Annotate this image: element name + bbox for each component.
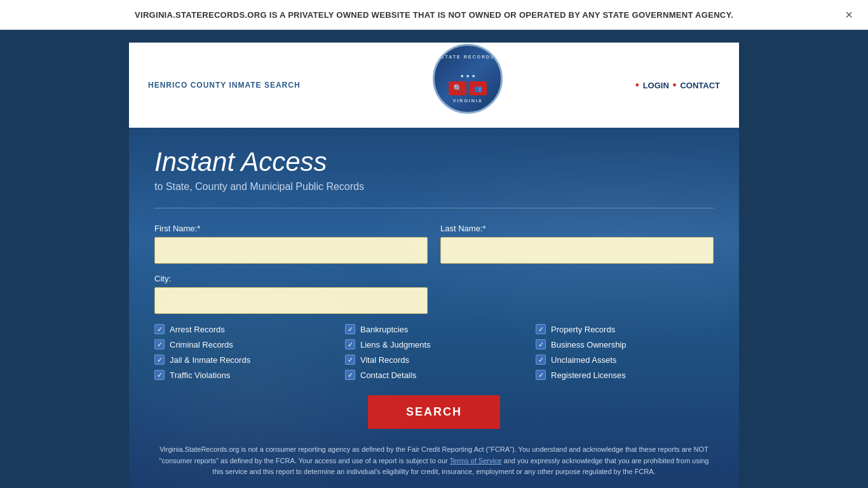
logo-icons-row: 🔍 👥 — [449, 81, 487, 95]
form-name-row: First Name:* Last Name:* — [154, 224, 714, 264]
checkbox-jail-inmate: Jail & Inmate Records — [154, 355, 332, 365]
logo-arc-text: STATE RECORDS — [441, 55, 495, 59]
hero-heading: Instant Access — [154, 147, 714, 177]
checkbox-liens: Liens & Judgments — [345, 339, 523, 349]
checkbox-label-unclaimed: Unclaimed Assets — [551, 355, 616, 365]
search-button-row: SEARCH — [154, 395, 714, 429]
banner-text: VIRGINIA.STATERECORDS.ORG IS A PRIVATELY… — [135, 10, 733, 20]
first-name-input[interactable] — [154, 237, 428, 264]
checkbox-label-bankruptcies: Bankruptcies — [360, 325, 408, 334]
checkbox-icon-contact — [345, 370, 355, 380]
checkbox-icon-liens — [345, 339, 355, 349]
main-wrapper: HENRICO COUNTY INMATE SEARCH STATE RECOR… — [0, 30, 868, 488]
logo-stars: ★ ★ ★ — [460, 74, 475, 79]
form-city-row: City: — [154, 274, 714, 314]
checkbox-label-arrest: Arrest Records — [170, 325, 225, 334]
top-banner: VIRGINIA.STATERECORDS.ORG IS A PRIVATELY… — [0, 0, 868, 30]
main-card: HENRICO COUNTY INMATE SEARCH STATE RECOR… — [129, 43, 739, 488]
checkbox-icon-unclaimed — [536, 355, 546, 365]
checkbox-label-contact: Contact Details — [360, 370, 416, 380]
checkbox-icon-vital — [345, 355, 355, 365]
checkbox-unclaimed: Unclaimed Assets — [536, 355, 714, 365]
checkbox-icon-property — [536, 324, 546, 334]
city-group: City: — [154, 274, 428, 314]
nav-dot-login: • — [635, 79, 639, 91]
nav-dot-contact: • — [673, 79, 677, 91]
checkboxes-grid: Arrest Records Criminal Records Jail & I… — [154, 324, 714, 380]
checkbox-icon-business — [536, 339, 546, 349]
checkbox-col-3: Property Records Business Ownership Uncl… — [536, 324, 714, 380]
tos-link[interactable]: Terms of Service — [450, 457, 502, 464]
checkbox-label-business: Business Ownership — [551, 340, 627, 349]
content-area: Instant Access to State, County and Muni… — [129, 128, 739, 488]
first-name-label: First Name:* — [154, 224, 428, 233]
logo-star: ★ — [471, 74, 475, 79]
checkbox-label-jail: Jail & Inmate Records — [170, 355, 250, 365]
checkbox-property: Property Records — [536, 324, 714, 334]
contact-link[interactable]: CONTACT — [680, 81, 720, 90]
checkbox-label-property: Property Records — [551, 325, 615, 334]
checkbox-col-1: Arrest Records Criminal Records Jail & I… — [154, 324, 332, 380]
checkbox-icon-criminal — [154, 339, 165, 349]
login-link[interactable]: LOGIN — [643, 81, 669, 90]
checkbox-label-liens: Liens & Judgments — [360, 340, 431, 349]
logo-search-icon: 🔍 — [449, 81, 466, 95]
checkbox-col-2: Bankruptcies Liens & Judgments Vital Rec… — [345, 324, 523, 380]
checkbox-icon-licenses — [536, 370, 546, 380]
checkbox-arrest-records: Arrest Records — [154, 324, 332, 334]
checkbox-licenses: Registered Licenses — [536, 370, 714, 380]
logo-people-icon: 👥 — [469, 81, 487, 95]
last-name-group: Last Name:* — [440, 224, 714, 264]
checkbox-icon-jail — [154, 355, 165, 365]
checkbox-business: Business Ownership — [536, 339, 714, 349]
logo-star: ★ — [466, 74, 470, 79]
logo-bottom-text: VIRGINIA — [453, 98, 483, 103]
checkbox-bankruptcies: Bankruptcies — [345, 324, 523, 334]
logo-circle: STATE RECORDS ★ ★ ★ 🔍 👥 VIRGINIA — [433, 44, 503, 114]
card-header: HENRICO COUNTY INMATE SEARCH STATE RECOR… — [129, 43, 739, 128]
checkbox-label-vital: Vital Records — [360, 355, 409, 365]
search-button[interactable]: SEARCH — [368, 395, 500, 429]
city-label: City: — [154, 274, 428, 283]
hero-subheading: to State, County and Municipal Public Re… — [154, 181, 714, 193]
first-name-group: First Name:* — [154, 224, 428, 264]
checkbox-icon-bankruptcies — [345, 324, 355, 334]
divider — [154, 208, 714, 208]
last-name-input[interactable] — [440, 237, 714, 264]
logo-star: ★ — [460, 74, 464, 79]
banner-close-button[interactable]: × — [845, 8, 853, 22]
header-nav: • LOGIN • CONTACT — [635, 79, 720, 91]
checkbox-label-licenses: Registered Licenses — [551, 370, 626, 380]
disclaimer-text: Virginia.StateRecords.org is not a consu… — [154, 444, 714, 478]
checkbox-icon-arrest — [154, 324, 165, 334]
last-name-label: Last Name:* — [440, 224, 714, 233]
checkbox-label-criminal: Criminal Records — [170, 340, 233, 349]
checkbox-traffic: Traffic Violations — [154, 370, 332, 380]
checkbox-icon-traffic — [154, 370, 165, 380]
checkbox-criminal-records: Criminal Records — [154, 339, 332, 349]
site-title: HENRICO COUNTY INMATE SEARCH — [148, 81, 301, 90]
checkbox-vital-records: Vital Records — [345, 355, 523, 365]
logo-container: STATE RECORDS ★ ★ ★ 🔍 👥 VIRGINIA — [433, 44, 503, 114]
checkbox-contact-details: Contact Details — [345, 370, 523, 380]
checkbox-label-traffic: Traffic Violations — [170, 370, 230, 380]
city-input[interactable] — [154, 287, 428, 314]
